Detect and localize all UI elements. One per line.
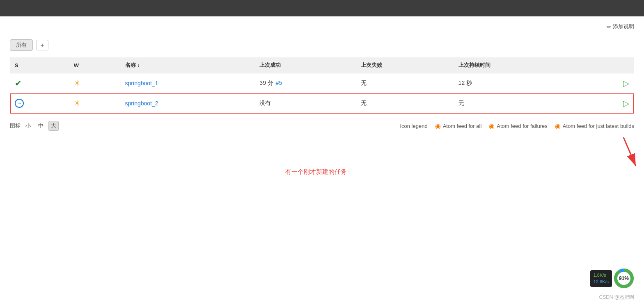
size-medium[interactable]: 中 [36,121,46,131]
job-name-cell-0: springboot_1 [120,73,255,93]
download-speed: 12.6K/s [594,278,609,285]
run-cell-0: ▷ [584,73,634,93]
tab-bar: 所有 + [10,39,634,51]
cpu-percent-label: 91% [619,275,629,281]
job-link-1[interactable]: springboot_2 [125,100,158,107]
last-duration-cell-1: 无 [454,93,584,114]
table-header-row: S W 名称 ↓ 上次成功 上次失败 上次持续时间 [10,57,634,73]
icon-legend-link[interactable]: Icon legend [400,123,427,129]
atom-icon-all: ◉ [435,122,441,130]
network-speed-display: 1.8K/s 12.6K/s [590,270,612,287]
annotation-text: 有一个刚才新建的任务 [285,168,347,176]
svg-line-1 [623,137,636,166]
weather-icon-1: ☀ [74,99,80,107]
table-row: ···☀springboot_2没有无无▷ [10,93,634,114]
add-desc-label: 添加说明 [613,23,634,30]
status-cell-1: ··· [10,93,69,114]
job-name-cell-1: springboot_2 [120,93,255,114]
col-s: S [10,57,69,73]
table-row: ✔☀springboot_139 分#5无12 秒▷ [10,73,634,93]
icon-size-group: 图标 小 中 大 [10,121,59,131]
cpu-donut-chart: 91% [614,268,634,289]
upload-speed: 1.8K/s [594,272,609,279]
run-cell-1: ▷ [584,93,634,114]
weather-icon-0: ☀ [74,79,80,87]
job-link-0[interactable]: springboot_1 [125,80,158,86]
icon-size-label: 图标 [10,122,21,130]
col-w: W [69,57,120,73]
last-failure-cell-1: 无 [356,93,453,114]
atom-icon-latest: ◉ [555,122,561,130]
size-small[interactable]: 小 [23,121,33,131]
last-failure-cell-0: 无 [356,73,453,93]
build-link-0[interactable]: #5 [276,80,282,86]
main-content: ✏ 添加说明 所有 + S W 名称 ↓ 上次成功 上次失败 上次持续时间 ✔☀… [0,16,644,305]
add-tab-button[interactable]: + [36,40,48,50]
col-last-failure: 上次失败 [356,57,453,73]
footer-links: Icon legend ◉ Atom feed for all ◉ Atom f… [400,122,634,130]
arrow-indicator [558,133,640,215]
atom-feed-failures-link[interactable]: ◉ Atom feed for failures [489,122,548,130]
col-actions [584,57,634,73]
atom-icon-failures: ◉ [489,122,495,130]
col-last-duration: 上次持续时间 [454,57,584,73]
add-description-button[interactable]: ✏ 添加说明 [607,23,634,30]
run-button-0[interactable]: ▷ [623,78,629,88]
jobs-table: S W 名称 ↓ 上次成功 上次失败 上次持续时间 ✔☀springboot_1… [10,57,634,114]
weather-cell-1: ☀ [69,93,120,114]
top-bar [0,0,644,16]
last-duration-cell-0: 12 秒 [454,73,584,93]
col-last-success: 上次成功 [254,57,356,73]
weather-cell-0: ☀ [69,73,120,93]
last-success-cell-1: 没有 [254,93,356,114]
tab-all[interactable]: 所有 [10,39,33,51]
csdn-watermark: CSDN @杰肥啊 [599,294,634,301]
status-icon-1: ··· [15,99,24,108]
col-name: 名称 ↓ [120,57,255,73]
footer-bar: 图标 小 中 大 Icon legend ◉ Atom feed for all… [10,121,634,131]
atom-feed-all-link[interactable]: ◉ Atom feed for all [435,122,482,130]
status-cell-0: ✔ [10,73,69,93]
network-widget: 1.8K/s 12.6K/s 91% [590,268,634,289]
edit-icon: ✏ [607,24,611,30]
size-large[interactable]: 大 [48,121,59,131]
status-icon-0: ✔ [15,79,22,88]
last-success-cell-0: 39 分#5 [254,73,356,93]
run-button-1[interactable]: ▷ [623,98,629,108]
click-build-container: 1 点击构建 [573,207,611,221]
atom-feed-latest-link[interactable]: ◉ Atom feed for just latest builds [555,122,634,130]
